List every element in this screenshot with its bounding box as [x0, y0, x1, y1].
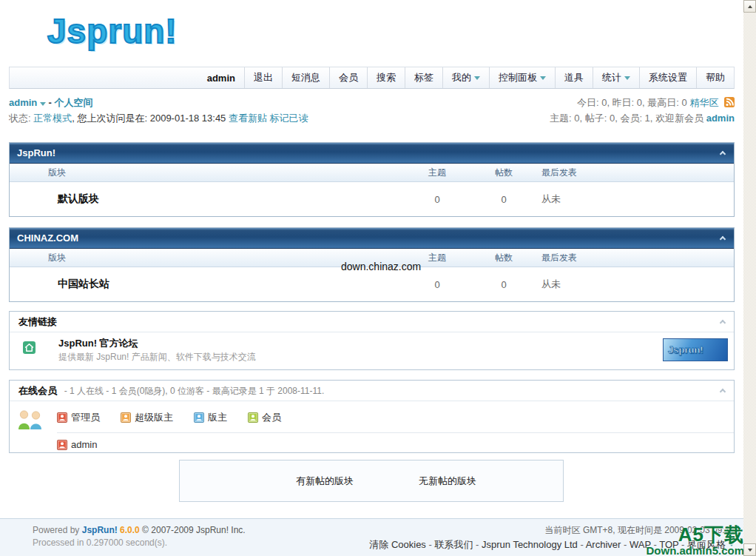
nav-label: 短消息 — [291, 71, 320, 84]
nav-item-stats[interactable]: 统计 — [593, 67, 639, 88]
collapse-icon[interactable] — [720, 236, 726, 242]
status-mode-link[interactable]: 正常模式 — [33, 113, 72, 124]
separator: - — [49, 97, 52, 108]
nav-item-admin[interactable]: admin — [198, 67, 244, 88]
legend-super-mod-group: 超级版主 — [121, 411, 173, 424]
column-last-post: 最后发表 — [537, 252, 734, 264]
category-block-jsprun: JspRun! 版块 主题 帖数 最后发表 默认版块 0 0 从未 — [9, 142, 735, 217]
category-header: JspRun! — [10, 143, 734, 164]
nav-item-members[interactable]: 会员 — [329, 67, 367, 88]
no-new-posts-flame-icon — [389, 469, 407, 494]
friend-links-block: 友情链接 JspRun! 官方论坛 提供最新 JspRun! 产品新闻、软件下载… — [9, 311, 735, 370]
footer-copyright: © 2007-2009 JspRun! Inc. — [142, 525, 246, 535]
forum-status-flame-icon — [23, 270, 43, 298]
column-topics: 主题 — [404, 167, 470, 179]
nav-item-logout[interactable]: 退出 — [244, 67, 282, 88]
forum-topic-count: 0 — [404, 194, 470, 205]
admin-badge-icon — [57, 412, 67, 423]
nav-item-tags[interactable]: 标签 — [405, 67, 442, 88]
logo-text: Jsprun! — [47, 11, 178, 51]
legend-no-new-posts: 无新帖的版块 — [389, 469, 476, 494]
nav-label: 标签 — [414, 71, 433, 84]
scroll-up-button[interactable] — [743, 0, 756, 13]
forum-row: 默认版块 0 0 从未 — [10, 182, 734, 216]
nav-item-props[interactable]: 道具 — [555, 67, 593, 88]
today-stats: 今日: 0, 昨日: 0, 最高日: 0 — [577, 97, 687, 108]
group-label: 管理员 — [71, 411, 100, 424]
nav-item-messages[interactable]: 短消息 — [282, 67, 329, 88]
nav-item-my[interactable]: 我的 — [442, 67, 489, 88]
newest-member-link[interactable]: admin — [706, 113, 735, 124]
forum-last-post: 从未 — [537, 192, 734, 206]
footer-link-contact[interactable]: 联系我们 — [426, 539, 473, 550]
chevron-down-icon — [474, 76, 480, 80]
a5-watermark-site: Down.admin5.com — [646, 545, 744, 556]
chevron-down-icon — [540, 76, 546, 80]
legend-admin-group: 管理员 — [57, 411, 100, 424]
online-member-admin[interactable]: admin — [57, 439, 97, 450]
forum-legend-box: 有新帖的版块 无新帖的版块 — [179, 460, 564, 502]
footer-version: 6.0.0 — [120, 525, 140, 535]
footer-link-company[interactable]: Jsprun Technology Ltd — [473, 539, 577, 550]
new-posts-flame-icon — [266, 469, 284, 494]
footer-link-archiver[interactable]: Archiver — [578, 539, 621, 550]
status-label: 状态: — [9, 113, 31, 124]
main-nav: admin 退出 短消息 会员 搜索 标签 我的 控制面板 道具 统计 系统设置… — [9, 67, 735, 89]
nav-item-control-panel[interactable]: 控制面板 — [489, 67, 555, 88]
chevron-down-icon[interactable] — [40, 102, 46, 106]
admin-badge-icon — [57, 440, 67, 450]
arrow-up-icon — [748, 5, 752, 8]
forum-row: down.chinaz.com 中国站长站 0 0 从未 — [10, 267, 734, 301]
collapse-icon[interactable] — [720, 151, 726, 157]
mark-read-link[interactable]: 标记已读 — [270, 113, 308, 124]
home-icon — [23, 341, 36, 354]
column-posts: 帖数 — [470, 252, 537, 264]
view-new-posts-link[interactable]: 查看新贴 — [229, 113, 267, 124]
banner-text: Jsprun! — [668, 344, 703, 355]
forum-post-count: 0 — [470, 279, 537, 290]
friend-links-header: 友情链接 — [10, 312, 734, 332]
category-block-chinaz: CHINAZ.COM 版块 主题 帖数 最后发表 down.chinaz.com… — [9, 227, 735, 302]
online-member-row: admin — [57, 432, 734, 458]
legend-label: 有新帖的版块 — [296, 475, 354, 488]
last-visit-text: , 您上次访问是在: 2009-01-18 13:45 — [72, 113, 226, 124]
rss-icon[interactable] — [724, 97, 735, 107]
username-link[interactable]: admin — [9, 97, 37, 108]
scroll-down-button[interactable] — [743, 543, 756, 556]
group-label: 版主 — [208, 411, 227, 424]
digest-link[interactable]: 精华区 — [689, 97, 718, 108]
friend-link-site-name[interactable]: JspRun! 官方论坛 — [58, 337, 138, 350]
forum-name-link[interactable]: 默认版块 — [58, 192, 99, 206]
footer-link-clear-cookies[interactable]: 清除 Cookies — [369, 539, 426, 550]
online-members-header: 在线会员 - 1 人在线 - 1 会员(0隐身), 0 位游客 - 最高记录是 … — [10, 381, 734, 401]
legend-new-posts: 有新帖的版块 — [266, 469, 354, 494]
nav-item-system-settings[interactable]: 系统设置 — [639, 67, 696, 88]
forum-page: Jsprun! admin 退出 短消息 会员 搜索 标签 我的 控制面板 道具… — [0, 0, 756, 556]
powered-by-text: Powered by — [33, 525, 79, 535]
nav-label: 系统设置 — [649, 71, 687, 84]
a5-watermark-title: A5下载 — [646, 525, 744, 544]
friend-links-content: JspRun! 官方论坛 提供最新 JspRun! 产品新闻、软件下载与技术交流… — [10, 332, 734, 370]
legend-label: 无新帖的版块 — [419, 475, 476, 488]
chevron-down-icon — [624, 76, 630, 80]
banner-flame-icon — [714, 342, 724, 358]
member-name: admin — [71, 439, 97, 450]
forum-last-post: 从未 — [537, 278, 734, 291]
collapse-icon[interactable] — [720, 320, 726, 326]
super-mod-badge-icon — [121, 412, 131, 423]
nav-item-help[interactable]: 帮助 — [696, 67, 734, 88]
vertical-scrollbar[interactable] — [743, 0, 756, 556]
category-title: JspRun! — [17, 147, 55, 158]
nav-label: 控制面板 — [499, 71, 537, 84]
jsprun-banner[interactable]: Jsprun! — [663, 338, 728, 361]
group-label: 超级版主 — [135, 411, 173, 424]
site-logo[interactable]: Jsprun! — [9, 3, 178, 59]
forum-name-link[interactable]: 中国站长站 — [58, 278, 109, 291]
member-badge-icon — [248, 412, 258, 423]
online-summary: - 1 人在线 - 1 会员(0隐身), 0 位游客 - 最高记录是 1 于 2… — [64, 386, 325, 396]
footer-brand-link[interactable]: JspRun! — [82, 525, 118, 535]
column-forum: 版块 — [10, 167, 404, 179]
collapse-icon[interactable] — [720, 389, 726, 395]
personal-space-link[interactable]: 个人空间 — [55, 97, 93, 108]
nav-item-search[interactable]: 搜索 — [367, 67, 405, 88]
